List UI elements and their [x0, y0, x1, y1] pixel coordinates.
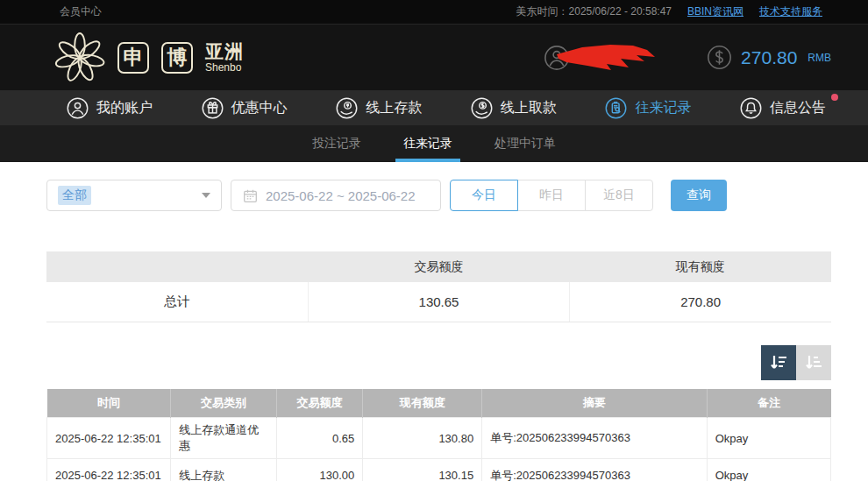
col-type: 交易类别: [171, 389, 277, 418]
eastern-time-label: 美东时间：2025/06/22 - 20:58:47: [516, 4, 672, 19]
logo-char-shen: 申: [117, 42, 149, 74]
logo-region-cn: 亚洲: [205, 42, 244, 60]
notification-badge: [831, 94, 838, 101]
cell-amount: 0.65: [276, 418, 362, 459]
subtab-label: 处理中订单: [494, 136, 556, 152]
sort-ascending-button[interactable]: [796, 345, 831, 380]
search-button[interactable]: 查询: [671, 180, 727, 211]
header-right: 270.80 RMB: [544, 38, 831, 77]
bell-icon: [740, 97, 762, 119]
tab-betting-records[interactable]: 投注记录: [309, 125, 364, 162]
cell-summary: 单号:202506233994570363: [482, 459, 708, 481]
date-range-value: 2025-06-22 ~ 2025-06-22: [266, 188, 416, 203]
cell-time: 2025-06-22 12:35:01: [47, 459, 171, 481]
logo-region: 亚洲 Shenbo: [205, 42, 244, 73]
gift-icon: [202, 97, 224, 119]
table-row: 2025-06-22 12:35:01 线上存款 130.00 130.15 单…: [47, 459, 831, 481]
cell-note: Okpay: [707, 418, 830, 459]
nav-label: 优惠中心: [231, 99, 288, 117]
col-summary: 摘要: [482, 389, 708, 418]
logo-region-en: Shenbo: [205, 62, 244, 73]
nav-item-transaction-records[interactable]: 往来记录: [605, 97, 691, 119]
nav-label: 往来记录: [635, 99, 691, 117]
nav-item-promotions[interactable]: 优惠中心: [202, 97, 288, 119]
cell-balance: 130.80: [363, 418, 482, 459]
sort-desc-icon: [769, 353, 788, 372]
subnav: 投注记录 往来记录 处理中订单: [0, 125, 868, 162]
summary-trade-amount: 130.65: [308, 282, 569, 322]
summary-header-trade-amount: 交易额度: [308, 251, 569, 282]
deposit-icon: [336, 97, 358, 119]
nav-item-my-account[interactable]: 我的账户: [67, 97, 153, 119]
site-logo[interactable]: 申 博 亚洲 Shenbo: [54, 32, 244, 83]
summary-current-amount: 270.80: [570, 282, 831, 322]
cell-amount: 130.00: [276, 459, 362, 481]
topbar: 会员中心 美东时间：2025/06/22 - 20:58:47 BBIN资讯网 …: [0, 0, 868, 25]
page: 会员中心 美东时间：2025/06/22 - 20:58:47 BBIN资讯网 …: [0, 0, 868, 481]
member-center-label: 会员中心: [60, 4, 102, 19]
logo-char-bo: 博: [161, 42, 193, 74]
records-table: 时间 交易类别 交易额度 现有额度 摘要 备注 2025-06-22 12:35…: [46, 389, 831, 481]
sort-controls: [46, 345, 831, 380]
cell-type: 线上存款通道优惠: [171, 418, 277, 459]
col-trade-amount: 交易额度: [276, 389, 362, 418]
subtab-label: 往来记录: [403, 136, 452, 152]
nav-item-announcements[interactable]: 信息公告: [740, 97, 826, 119]
yesterday-button[interactable]: 昨日: [517, 180, 586, 211]
caret-down-icon: [202, 193, 210, 198]
nav-label: 线上存款: [366, 99, 422, 117]
main-nav: 我的账户 优惠中心 线上存款: [0, 90, 868, 125]
flower-logo-icon: [54, 32, 105, 83]
date-range-input[interactable]: 2025-06-22 ~ 2025-06-22: [231, 180, 441, 211]
red-scribble-redaction: [556, 43, 657, 73]
col-current-amount: 现有额度: [363, 389, 482, 418]
nav-item-withdraw[interactable]: 线上取款: [471, 97, 557, 119]
summary-header-current-amount: 现有额度: [570, 251, 831, 282]
cell-summary: 单号:202506233994570363: [482, 418, 708, 459]
cell-note: Okpay: [707, 459, 830, 481]
account-icon: [67, 97, 89, 119]
nav-label: 信息公告: [770, 99, 826, 117]
today-button[interactable]: 今日: [450, 180, 518, 211]
balance-area[interactable]: 270.80 RMB: [707, 45, 831, 70]
nav-item-deposit[interactable]: 线上存款: [336, 97, 422, 119]
cell-type: 线上存款: [171, 459, 277, 481]
summary-total-label: 总计: [46, 282, 308, 322]
table-row: 2025-06-22 12:35:01 线上存款通道优惠 0.65 130.80…: [47, 418, 831, 459]
cell-time: 2025-06-22 12:35:01: [47, 418, 171, 459]
tech-support-link[interactable]: 技术支持服务: [759, 4, 822, 19]
nav-label: 我的账户: [96, 99, 153, 117]
summary-total-row: 总计 130.65 270.80: [46, 282, 831, 322]
summary-table: 交易额度 现有额度 总计 130.65 270.80: [46, 251, 831, 322]
summary-header-blank: [46, 251, 308, 282]
user-account-area[interactable]: [544, 38, 666, 77]
filter-row: 全部 2025-06-22 ~ 2025-06-22 今日 昨日 近8日 查询: [46, 180, 868, 211]
transaction-type-select[interactable]: 全部: [46, 180, 222, 211]
records-icon: [605, 97, 627, 119]
sort-asc-icon: [804, 353, 823, 372]
calendar-icon: [243, 188, 258, 203]
nav-label: 线上取款: [501, 99, 557, 117]
dollar-coin-icon: [707, 45, 732, 70]
tab-pending-orders[interactable]: 处理中订单: [492, 125, 559, 162]
records-header-row: 时间 交易类别 交易额度 现有额度 摘要 备注: [47, 389, 831, 418]
summary-header-row: 交易额度 现有额度: [46, 251, 831, 282]
quick-date-group: 今日 昨日 近8日: [450, 180, 653, 211]
col-time: 时间: [47, 389, 171, 418]
topbar-right: 美东时间：2025/06/22 - 20:58:47 BBIN资讯网 技术支持服…: [516, 4, 822, 19]
subtab-label: 投注记录: [312, 136, 361, 152]
balance-currency: RMB: [808, 52, 831, 64]
bbin-news-link[interactable]: BBIN资讯网: [687, 4, 743, 19]
header: 申 博 亚洲 Shenbo: [0, 25, 868, 90]
withdraw-icon: [471, 97, 493, 119]
select-value: 全部: [58, 186, 91, 205]
sort-descending-button[interactable]: [761, 345, 796, 380]
last-8-days-button[interactable]: 近8日: [585, 180, 653, 211]
cell-balance: 130.15: [363, 459, 482, 481]
tab-transaction-records[interactable]: 往来记录: [401, 125, 455, 162]
balance-amount: 270.80: [741, 47, 797, 68]
col-note: 备注: [707, 389, 830, 418]
main-content: 全部 2025-06-22 ~ 2025-06-22 今日 昨日 近8日 查询: [0, 162, 868, 481]
